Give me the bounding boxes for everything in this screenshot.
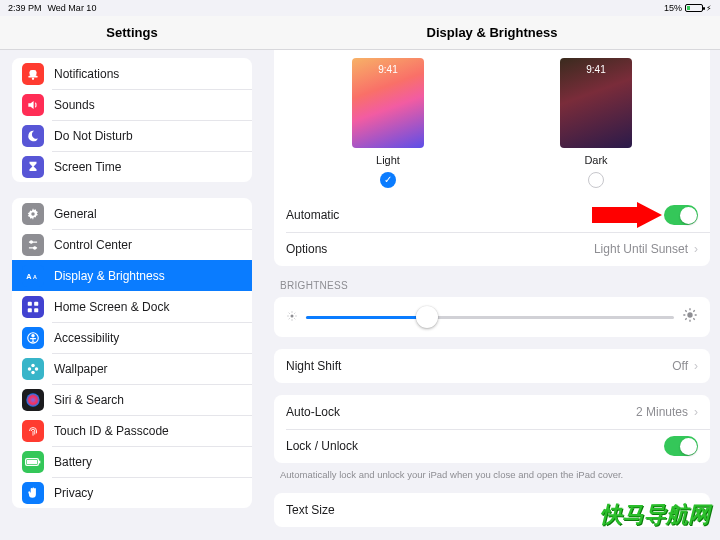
lock-card: Auto-Lock 2 Minutes › Lock / Unlock xyxy=(274,395,710,463)
brightness-slider-thumb[interactable] xyxy=(416,306,438,328)
svg-line-43 xyxy=(685,318,686,319)
sidebar-item-display-brightness[interactable]: AADisplay & Brightness xyxy=(12,260,252,291)
svg-point-8 xyxy=(34,246,36,248)
options-row[interactable]: Options Light Until Sunset › xyxy=(274,232,710,266)
sidebar-item-notifications[interactable]: Notifications xyxy=(12,58,252,89)
sidebar-item-home-screen-dock[interactable]: Home Screen & Dock xyxy=(12,291,252,322)
automatic-toggle[interactable] xyxy=(664,205,698,225)
chevron-right-icon: › xyxy=(694,503,698,517)
brightness-slider[interactable] xyxy=(306,316,674,319)
sidebar-item-touch-id-passcode[interactable]: Touch ID & Passcode xyxy=(12,415,252,446)
appearance-light-label: Light xyxy=(376,154,400,166)
svg-point-2 xyxy=(32,77,34,79)
svg-line-44 xyxy=(693,310,694,311)
moon-icon xyxy=(22,125,44,147)
svg-rect-0 xyxy=(30,69,37,75)
svg-line-35 xyxy=(295,313,296,314)
chevron-right-icon: › xyxy=(694,359,698,373)
sidebar-item-label: Control Center xyxy=(54,238,132,252)
settings-sidebar[interactable]: NotificationsSoundsDo Not DisturbScreen … xyxy=(0,50,264,540)
sidebar-group: NotificationsSoundsDo Not DisturbScreen … xyxy=(12,58,252,182)
svg-text:A: A xyxy=(33,274,37,280)
flower-icon xyxy=(22,358,44,380)
sidebar-item-label: Privacy xyxy=(54,486,93,500)
auto-lock-row[interactable]: Auto-Lock 2 Minutes › xyxy=(274,395,710,429)
svg-line-33 xyxy=(295,319,296,320)
detail-pane[interactable]: 9:41 Light 9:41 Dark Automatic Options xyxy=(264,50,720,540)
sidebar-item-label: Screen Time xyxy=(54,160,121,174)
gear-icon xyxy=(22,203,44,225)
svg-point-17 xyxy=(31,363,35,367)
lock-unlock-row: Lock / Unlock xyxy=(274,429,710,463)
svg-text:A: A xyxy=(26,272,32,281)
sidebar-item-screen-time[interactable]: Screen Time xyxy=(12,151,252,182)
options-label: Options xyxy=(286,242,594,256)
battery-icon xyxy=(22,451,44,473)
text-size-row[interactable]: Text Size › xyxy=(274,493,710,527)
appearance-light-option[interactable]: 9:41 Light xyxy=(284,58,492,188)
appearance-card: 9:41 Light 9:41 Dark Automatic Options xyxy=(274,50,710,266)
chevron-right-icon: › xyxy=(694,405,698,419)
svg-rect-12 xyxy=(34,301,38,305)
sidebar-item-privacy[interactable]: Privacy xyxy=(12,477,252,508)
sliders-icon xyxy=(22,234,44,256)
figure-icon xyxy=(22,327,44,349)
sidebar-item-label: Display & Brightness xyxy=(54,269,165,283)
sidebar-item-wallpaper[interactable]: Wallpaper xyxy=(12,353,252,384)
svg-rect-24 xyxy=(27,460,37,464)
svg-rect-14 xyxy=(34,308,38,312)
fingerprint-icon xyxy=(22,420,44,442)
brightness-header: BRIGHTNESS xyxy=(274,266,710,295)
siri-icon xyxy=(22,389,44,411)
lock-unlock-label: Lock / Unlock xyxy=(286,439,664,453)
sidebar-item-label: Home Screen & Dock xyxy=(54,300,169,314)
sidebar-item-control-center[interactable]: Control Center xyxy=(12,229,252,260)
chevron-right-icon: › xyxy=(694,242,698,256)
status-time: 2:39 PM xyxy=(8,3,42,13)
sidebar-item-do-not-disturb[interactable]: Do Not Disturb xyxy=(12,120,252,151)
speaker-icon xyxy=(22,94,44,116)
sidebar-group: GeneralControl CenterAADisplay & Brightn… xyxy=(12,198,252,508)
detail-title: Display & Brightness xyxy=(264,16,720,49)
brightness-low-icon xyxy=(286,308,298,326)
appearance-dark-preview: 9:41 xyxy=(560,58,632,148)
sidebar-item-battery[interactable]: Battery xyxy=(12,446,252,477)
night-shift-row[interactable]: Night Shift Off › xyxy=(274,349,710,383)
sidebar-item-label: Accessibility xyxy=(54,331,119,345)
lock-unlock-toggle[interactable] xyxy=(664,436,698,456)
appearance-light-radio[interactable] xyxy=(380,172,396,188)
text-size-label: Text Size xyxy=(286,503,688,517)
night-shift-value: Off xyxy=(672,359,688,373)
svg-rect-25 xyxy=(39,460,40,463)
automatic-row: Automatic xyxy=(274,198,710,232)
text-card: Text Size › xyxy=(274,493,710,527)
auto-lock-value: 2 Minutes xyxy=(636,405,688,419)
brightness-card xyxy=(274,297,710,337)
sidebar-item-siri-search[interactable]: Siri & Search xyxy=(12,384,252,415)
night-shift-card: Night Shift Off › xyxy=(274,349,710,383)
svg-point-19 xyxy=(28,367,32,371)
svg-point-20 xyxy=(35,367,39,371)
sidebar-item-sounds[interactable]: Sounds xyxy=(12,89,252,120)
sidebar-item-label: Do Not Disturb xyxy=(54,129,133,143)
sidebar-item-label: Sounds xyxy=(54,98,95,112)
battery-percent: 15% xyxy=(664,3,682,13)
svg-point-6 xyxy=(30,240,32,242)
sidebar-item-general[interactable]: General xyxy=(12,198,252,229)
svg-line-32 xyxy=(289,313,290,314)
appearance-dark-option[interactable]: 9:41 Dark xyxy=(492,58,700,188)
svg-point-36 xyxy=(687,312,692,317)
sidebar-item-label: Touch ID & Passcode xyxy=(54,424,169,438)
appearance-dark-radio[interactable] xyxy=(588,172,604,188)
svg-point-18 xyxy=(31,370,35,374)
sidebar-title: Settings xyxy=(0,16,264,49)
svg-marker-26 xyxy=(592,202,662,228)
status-bar: 2:39 PM Wed Mar 10 15% ⚡︎ xyxy=(0,0,720,16)
aa-icon: AA xyxy=(22,265,44,287)
auto-lock-label: Auto-Lock xyxy=(286,405,636,419)
brightness-slider-row xyxy=(274,297,710,337)
svg-line-42 xyxy=(693,318,694,319)
hand-icon xyxy=(22,482,44,504)
sidebar-item-accessibility[interactable]: Accessibility xyxy=(12,322,252,353)
sidebar-item-label: Notifications xyxy=(54,67,119,81)
